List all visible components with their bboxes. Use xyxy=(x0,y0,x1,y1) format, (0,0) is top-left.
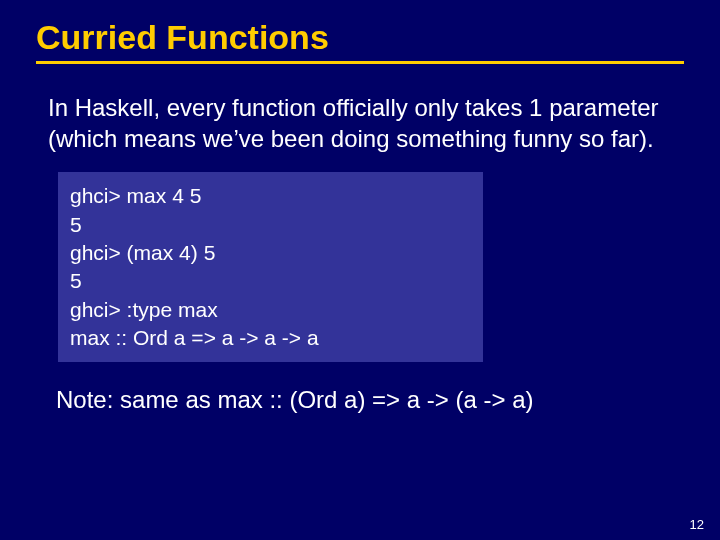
code-line: ghci> (max 4) 5 xyxy=(70,239,471,267)
code-line: ghci> max 4 5 xyxy=(70,182,471,210)
code-line: 5 xyxy=(70,211,471,239)
code-line: ghci> :type max xyxy=(70,296,471,324)
note-paragraph: Note: same as max :: (Ord a) => a -> (a … xyxy=(0,362,720,414)
code-line: max :: Ord a => a -> a -> a xyxy=(70,324,471,352)
code-line: 5 xyxy=(70,267,471,295)
body-paragraph: In Haskell, every function officially on… xyxy=(0,64,720,154)
slide-title: Curried Functions xyxy=(0,0,720,61)
slide: Curried Functions In Haskell, every func… xyxy=(0,0,720,540)
code-block: ghci> max 4 5 5 ghci> (max 4) 5 5 ghci> … xyxy=(58,172,483,362)
page-number: 12 xyxy=(690,517,704,532)
